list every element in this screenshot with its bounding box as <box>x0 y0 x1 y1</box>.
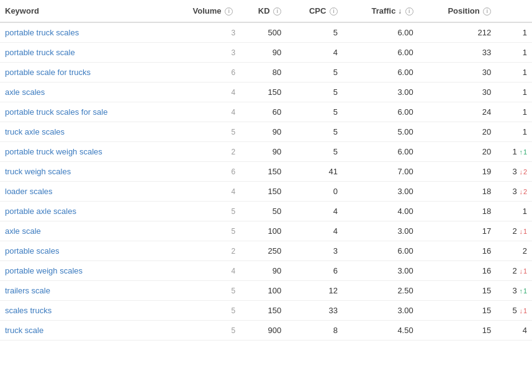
position-cell: 1 <box>496 22 532 43</box>
keyword-cell[interactable]: scales trucks <box>0 301 165 321</box>
keyword-link[interactable]: axle scales <box>5 87 45 97</box>
position-cell: 3 ↑1 <box>496 281 532 301</box>
position-cell: 2 <box>496 241 532 261</box>
keyword-cell[interactable]: portable scale for trucks <box>0 63 165 82</box>
info-icon[interactable]: i <box>225 7 233 16</box>
serp-cell: 5 <box>165 321 238 341</box>
kd-cell: 33 <box>286 301 343 321</box>
keyword-link[interactable]: portable truck scales for sale <box>5 107 107 117</box>
keyword-link[interactable]: loader scales <box>5 187 53 196</box>
keyword-link[interactable]: axle scale <box>5 226 41 236</box>
keyword-cell[interactable]: portable truck scales <box>0 22 165 43</box>
keyword-link[interactable]: truck weigh scales <box>5 167 71 176</box>
keyword-link[interactable]: portable axle scales <box>5 207 76 216</box>
arrow-up-icon: ↑ <box>519 287 523 295</box>
volume-cell: 50 <box>238 202 286 221</box>
serp-cell: 2 <box>165 241 238 261</box>
keyword-cell[interactable]: trailers scale <box>0 281 165 301</box>
traffic-cell: 15 <box>418 301 497 321</box>
volume-cell: 150 <box>238 162 286 182</box>
keyword-link[interactable]: portable scales <box>5 246 59 256</box>
position-cell: 1 <box>496 122 532 142</box>
col-header-keyword[interactable]: Keyword <box>0 0 165 22</box>
volume-cell: 80 <box>238 63 286 82</box>
arrow-down-icon: ↓ <box>519 228 523 235</box>
keyword-link[interactable]: portable truck scales <box>5 28 79 37</box>
table-row: loader scales415003.00183 ↓2 <box>0 182 532 202</box>
kd-cell: 41 <box>286 162 343 182</box>
keyword-cell[interactable]: portable truck weigh scales <box>0 142 165 162</box>
keyword-cell[interactable]: truck weigh scales <box>0 162 165 182</box>
table-header: KeywordVolume iKD iCPC iTraffic ↓ iPosit… <box>0 0 532 22</box>
keyword-link[interactable]: portable weigh scales <box>5 266 83 275</box>
position-cell: 5 ↓1 <box>496 301 532 321</box>
keyword-link[interactable]: portable truck scale <box>5 48 75 57</box>
kd-cell: 4 <box>286 202 343 221</box>
arrow-down-icon: ↓ <box>519 188 523 195</box>
cpc-cell: 4.00 <box>343 202 418 221</box>
keyword-cell[interactable]: truck scale <box>0 321 165 341</box>
keyword-link[interactable]: truck scale <box>5 326 43 335</box>
position-cell: 3 ↓2 <box>496 162 532 182</box>
keyword-cell[interactable]: truck axle scales <box>0 122 165 142</box>
col-header-volume[interactable]: Volume i <box>165 0 238 22</box>
serp-cell: 5 <box>165 202 238 221</box>
cpc-cell: 6.00 <box>343 43 418 63</box>
keyword-cell[interactable]: loader scales <box>0 182 165 202</box>
position-change: ↓2 <box>519 168 527 176</box>
col-header-position[interactable]: Position i <box>418 0 497 22</box>
keyword-link[interactable]: portable scale for trucks <box>5 68 91 77</box>
kd-cell: 5 <box>286 102 343 122</box>
table-row: truck axle scales59055.00201 <box>0 122 532 142</box>
position-change: ↑1 <box>519 287 527 295</box>
traffic-cell: 20 <box>418 122 497 142</box>
info-icon[interactable]: i <box>405 7 413 16</box>
keyword-cell[interactable]: portable axle scales <box>0 202 165 221</box>
traffic-cell: 18 <box>418 182 497 202</box>
traffic-cell: 30 <box>418 63 497 82</box>
cpc-cell: 3.00 <box>343 261 418 281</box>
volume-cell: 900 <box>238 321 286 341</box>
keyword-cell[interactable]: portable weigh scales <box>0 261 165 281</box>
traffic-cell: 16 <box>418 261 497 281</box>
keyword-cell[interactable]: axle scale <box>0 221 165 241</box>
col-header-kd[interactable]: KD i <box>238 0 286 22</box>
cpc-cell: 6.00 <box>343 22 418 43</box>
serp-cell: 4 <box>165 102 238 122</box>
keyword-link[interactable]: scales trucks <box>5 306 52 315</box>
keywords-table: KeywordVolume iKD iCPC iTraffic ↓ iPosit… <box>0 0 532 341</box>
change-value: 2 <box>523 188 527 195</box>
cpc-cell: 6.00 <box>343 102 418 122</box>
traffic-cell: 15 <box>418 281 497 301</box>
keyword-link[interactable]: truck axle scales <box>5 127 65 136</box>
keyword-link[interactable]: portable truck weigh scales <box>5 147 102 156</box>
traffic-cell: 19 <box>418 162 497 182</box>
table-row: axle scales415053.00301 <box>0 82 532 102</box>
cpc-cell: 3.00 <box>343 182 418 202</box>
position-change: ↓1 <box>519 228 527 235</box>
cpc-cell: 7.00 <box>343 162 418 182</box>
keyword-cell[interactable]: portable truck scale <box>0 43 165 63</box>
info-icon[interactable]: i <box>273 7 281 16</box>
kd-cell: 5 <box>286 63 343 82</box>
col-header-traffic[interactable]: Traffic ↓ i <box>343 0 418 22</box>
change-value: 1 <box>523 307 527 314</box>
traffic-cell: 20 <box>418 142 497 162</box>
keyword-cell[interactable]: axle scales <box>0 82 165 102</box>
traffic-cell: 17 <box>418 221 497 241</box>
table-row: portable truck weigh scales29056.00201 ↑… <box>0 142 532 162</box>
keyword-cell[interactable]: portable truck scales for sale <box>0 102 165 122</box>
keyword-link[interactable]: trailers scale <box>5 286 50 295</box>
volume-cell: 90 <box>238 142 286 162</box>
keyword-cell[interactable]: portable scales <box>0 241 165 261</box>
info-icon[interactable]: i <box>483 7 491 16</box>
serp-cell: 4 <box>165 182 238 202</box>
col-header-cpc[interactable]: CPC i <box>286 0 343 22</box>
serp-cell: 2 <box>165 142 238 162</box>
volume-cell: 250 <box>238 241 286 261</box>
info-icon[interactable]: i <box>330 7 338 16</box>
traffic-cell: 24 <box>418 102 497 122</box>
kd-cell: 4 <box>286 43 343 63</box>
table-row: portable truck scales for sale46056.0024… <box>0 102 532 122</box>
cpc-cell: 6.00 <box>343 63 418 82</box>
